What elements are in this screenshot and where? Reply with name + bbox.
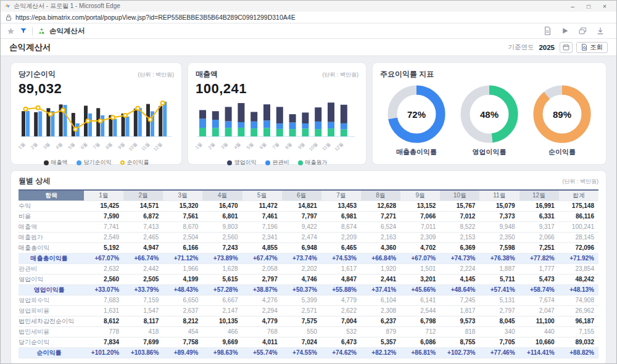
cell-value: +67.07%	[84, 253, 123, 263]
document-icon[interactable]	[544, 27, 552, 35]
window-copy-icon[interactable]	[579, 27, 587, 35]
cell-value: +66.84%	[361, 253, 400, 263]
table-row: 영업이익률+33.07%+33.79%+48.43%+57.28%+38.87%…	[19, 284, 598, 295]
search-button[interactable]: 조회	[576, 42, 608, 53]
search-doc-icon	[581, 44, 587, 51]
base-year-label: 기준연도	[508, 43, 534, 52]
cell-value: 4,746	[282, 274, 321, 284]
column-header: 2월	[123, 190, 163, 201]
toolbar: 손익계산서	[1, 23, 616, 39]
row-label: 영업이익	[19, 274, 84, 284]
close-button[interactable]: ×	[597, 3, 613, 10]
minimize-button[interactable]: –	[565, 3, 581, 10]
cell-value: +57.41%	[479, 284, 519, 295]
legend-item: 순이익률	[120, 159, 149, 167]
column-header: 1월	[84, 190, 123, 201]
table-row: 비용7,5906,8727,5616,8017,4617,7976,9817,2…	[19, 211, 598, 221]
cell-value: 9,669	[202, 337, 242, 347]
maximize-button[interactable]: □	[581, 3, 597, 10]
cell-value: 2,341	[242, 232, 282, 242]
cell-value: 418	[123, 326, 163, 337]
svg-text:6월: 6월	[80, 141, 89, 151]
svg-text:5월: 5월	[67, 141, 77, 151]
net-income-card-title: 당기순이익	[19, 69, 56, 80]
cell-value: 6,650	[163, 295, 202, 305]
cell-value: 15,767	[440, 201, 479, 211]
table-row: 수익15,42514,57115,32016,47011,47214,82113…	[19, 201, 598, 211]
donut-label: 영업이익률	[473, 147, 507, 157]
column-header: 10월	[440, 190, 479, 201]
donut-value: 72%	[387, 85, 446, 144]
cell-value: 550	[282, 326, 321, 337]
calendar-button[interactable]	[560, 42, 573, 53]
row-label: 영업외수익	[19, 295, 84, 305]
cell-value: +71.12%	[163, 253, 202, 263]
net-income-legend: 매출액당기순이익순이익률	[19, 159, 174, 167]
filter-icon[interactable]	[20, 27, 27, 35]
cell-value: 1,966	[163, 263, 202, 274]
cell-value: 14,821	[282, 201, 321, 211]
cell-value: 7,004	[321, 316, 361, 326]
row-label: 수익	[19, 201, 84, 211]
cell-value: 8,612	[84, 316, 123, 326]
svg-text:4월: 4월	[54, 141, 64, 151]
svg-text:7월: 7월	[92, 141, 101, 151]
download-icon[interactable]	[597, 27, 604, 35]
cell-value: 1,628	[202, 263, 242, 274]
page-title: 손익계산서	[9, 42, 51, 53]
cell-value: 7,683	[84, 295, 123, 305]
cell-value: 11,100	[520, 316, 559, 326]
cell-value: +33.79%	[123, 284, 163, 295]
svg-text:1월: 1월	[196, 141, 203, 151]
column-header: 9월	[400, 190, 440, 201]
cell-value: +74.62%	[321, 347, 361, 358]
cell-value: 2,308	[361, 305, 400, 316]
cell-value: 5,357	[361, 337, 400, 347]
url-bar[interactable]: https://epa.bimatrix.com/portal/popupVie…	[1, 12, 616, 23]
cell-value: 532	[321, 326, 361, 337]
cell-value: +102.73%	[440, 347, 479, 358]
donut-chart-영업이익률: 48%영업이익률	[455, 85, 523, 157]
cell-value: 2,209	[321, 232, 361, 242]
column-header: 합계	[559, 190, 598, 201]
table-row: 매출액7,7417,4138,6709,8037,1969,4228,6746,…	[19, 221, 598, 232]
table-row: 법인세비용77841845446676855053287971281834044…	[19, 326, 598, 337]
cell-value: 6,104	[361, 295, 400, 305]
revenue-card-title: 매출액	[196, 69, 218, 80]
svg-text:8월: 8월	[284, 141, 293, 151]
star-icon[interactable]	[7, 27, 15, 35]
cell-value: 6,086	[400, 337, 440, 347]
row-label: 영업이익률	[19, 284, 84, 295]
cell-value: 440	[520, 326, 559, 337]
cell-value: 4,702	[400, 242, 440, 253]
cell-value: 6,667	[202, 295, 242, 305]
legend-item: 당기순이익	[77, 159, 112, 167]
play-icon[interactable]	[561, 27, 569, 35]
cell-value: 86,116	[559, 211, 598, 221]
cell-value: 712	[400, 326, 440, 337]
revenue-chart: 1월2월3월4월5월6월7월8월9월10월11월12월	[196, 97, 358, 158]
cell-value: 6,473	[321, 337, 361, 347]
cell-value: 2,549	[84, 232, 123, 242]
svg-text:4월: 4월	[233, 141, 242, 151]
cell-value: +77.46%	[479, 347, 519, 358]
revenue-chart-svg: 1월2월3월4월5월6월7월8월9월10월11월12월	[196, 97, 357, 155]
cell-value: 5,192	[84, 242, 123, 253]
table-header-row: 항목1월2월3월4월5월6월7월8월9월10월11월12월합계	[19, 190, 598, 201]
cell-value: 89,032	[559, 337, 598, 347]
cell-value: 2,797	[242, 274, 282, 284]
donut-value: 89%	[532, 85, 592, 144]
cell-value: 2,202	[282, 263, 321, 274]
cell-value: 4,360	[361, 242, 400, 253]
cell-value: 5,131	[479, 295, 519, 305]
cell-value: 5,711	[479, 274, 519, 284]
revenue-card: 매출액 (단위 : 백만원) 100,241 1월2월3월4월5월6월7월8월9…	[188, 62, 366, 165]
cell-value: +82.12%	[361, 347, 400, 358]
net-income-chart-svg: 1월2월3월4월5월6월7월8월9월10월11월12월	[19, 97, 174, 155]
cell-value: 6,801	[202, 211, 242, 221]
legend-item: 매출액	[44, 159, 68, 167]
svg-text:3월: 3월	[42, 141, 51, 151]
cell-value: 15,425	[84, 201, 123, 211]
cell-value: 8,755	[440, 337, 479, 347]
cell-value: 6,369	[440, 242, 479, 253]
